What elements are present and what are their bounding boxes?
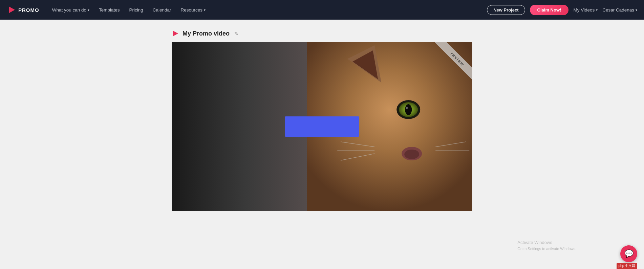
blue-rectangle-overlay bbox=[285, 116, 359, 137]
navbar: PROMO What you can do ▾ Templates Pricin… bbox=[0, 0, 644, 20]
chat-widget-button[interactable]: 💬 bbox=[620, 245, 637, 262]
php-notice: php 中文网 bbox=[617, 263, 637, 269]
logo[interactable]: PROMO bbox=[7, 5, 39, 15]
chat-icon: 💬 bbox=[624, 249, 634, 258]
edit-icon[interactable]: ✎ bbox=[234, 31, 238, 36]
nav-my-videos[interactable]: My Videos ▾ bbox=[573, 7, 598, 13]
my-videos-chevron-icon: ▾ bbox=[596, 8, 598, 12]
logo-icon bbox=[7, 5, 16, 15]
nav-pricing[interactable]: Pricing bbox=[129, 7, 143, 13]
nav-what-you-can-do[interactable]: What you can do ▾ bbox=[52, 7, 89, 13]
new-project-button[interactable]: New Project bbox=[487, 5, 525, 15]
resources-chevron-icon: ▾ bbox=[204, 8, 206, 12]
main-content: My Promo video ✎ bbox=[0, 20, 644, 269]
video-container[interactable]: review bbox=[172, 42, 472, 211]
nav-templates[interactable]: Templates bbox=[99, 7, 120, 13]
user-chevron-icon: ▾ bbox=[636, 8, 637, 12]
project-header: My Promo video ✎ bbox=[172, 30, 472, 37]
svg-point-6 bbox=[406, 107, 408, 109]
svg-point-5 bbox=[405, 104, 412, 115]
nav-user[interactable]: Cesar Cadenas ▾ bbox=[602, 7, 637, 13]
claim-now-button[interactable]: Claim Now! bbox=[530, 5, 569, 15]
what-you-can-do-chevron-icon: ▾ bbox=[88, 8, 89, 12]
nav-calendar[interactable]: Calendar bbox=[153, 7, 171, 13]
logo-text: PROMO bbox=[18, 7, 39, 13]
svg-point-8 bbox=[404, 150, 419, 159]
nav-resources[interactable]: Resources ▾ bbox=[181, 7, 206, 13]
svg-marker-1 bbox=[173, 31, 178, 36]
svg-marker-0 bbox=[9, 6, 15, 13]
navbar-right: New Project Claim Now! My Videos ▾ Cesar… bbox=[487, 5, 637, 15]
project-logo-icon bbox=[172, 30, 179, 37]
project-title: My Promo video bbox=[183, 30, 230, 37]
